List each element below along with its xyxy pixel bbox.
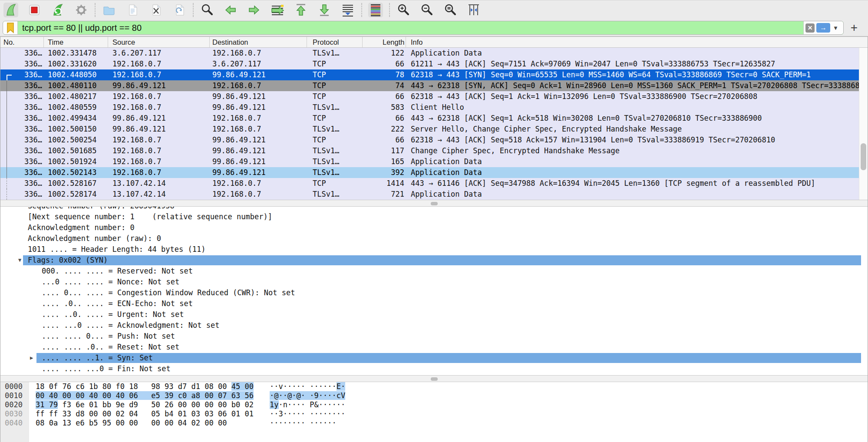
- go-forward-button[interactable]: [247, 3, 261, 17]
- column-header-time[interactable]: Time: [44, 37, 108, 47]
- zoom-out-button[interactable]: [419, 3, 434, 17]
- detail-line[interactable]: 1011 .... = Header Length: 44 bytes (11): [0, 244, 868, 255]
- save-file-button[interactable]: [125, 3, 140, 17]
- detail-line[interactable]: .... .... .0.. = Reset: Not set: [0, 342, 868, 353]
- packet-list-scrollbar[interactable]: [859, 48, 868, 200]
- packet-row[interactable]: 336…1002.500254192.168.0.799.86.49.121TC…: [0, 135, 868, 145]
- packet-cell-len: 122: [363, 48, 406, 59]
- hex-bytes[interactable]: 18 0f 76 c6 1b 80 f0 18 98 93 d7 d1 08 0…: [36, 382, 254, 391]
- splitter-details-hex[interactable]: [0, 375, 868, 382]
- packet-row[interactable]: 336…1002.501685192.168.0.799.86.49.121TL…: [0, 145, 868, 156]
- hex-row[interactable]: 004008 0a 13 e6 b5 95 00 00 00 00 04 02 …: [0, 419, 868, 428]
- splitter-handle[interactable]: [431, 377, 438, 381]
- column-header-info[interactable]: Info: [406, 37, 868, 47]
- packet-row[interactable]: 336…1002.480217192.168.0.799.86.49.121TC…: [0, 91, 868, 102]
- go-to-packet-button[interactable]: [270, 3, 285, 17]
- hex-row[interactable]: 0030ff ff 33 d8 00 00 02 04 05 b4 01 03 …: [0, 409, 868, 419]
- detail-line[interactable]: .... ..0. .... = Urgent: Not set: [0, 309, 868, 320]
- packet-cell-info: Change Cipher Spec, Encrypted Handshake …: [406, 145, 868, 156]
- resize-columns-button[interactable]: [466, 3, 481, 17]
- hex-bytes[interactable]: 31 79 f3 6e 01 bb 9e d9 50 26 00 00 00 0…: [36, 400, 254, 409]
- capture-options-button[interactable]: [74, 3, 89, 17]
- go-back-button[interactable]: [223, 3, 238, 17]
- splitter-handle[interactable]: [431, 202, 438, 205]
- filter-bookmark-button[interactable]: [3, 21, 18, 34]
- packet-row[interactable]: 336…1002.52817413.107.42.14192.168.0.7TL…: [0, 189, 868, 200]
- packet-row[interactable]: 336…1002.49943499.86.49.121192.168.0.7TC…: [0, 113, 868, 124]
- go-first-packet-button[interactable]: [294, 3, 308, 17]
- hex-offset: 0040: [5, 419, 23, 428]
- detail-line[interactable]: .... ...0 .... = Acknowledgment: Not set: [0, 320, 868, 331]
- packet-row[interactable]: 336…1002.448050192.168.0.799.86.49.121TC…: [0, 69, 868, 80]
- packet-row[interactable]: 336…1002.502143192.168.0.799.86.49.121TL…: [0, 167, 868, 178]
- add-filter-button[interactable]: +: [846, 20, 862, 36]
- detail-line[interactable]: .... 0... .... = Congestion Window Reduc…: [0, 287, 868, 298]
- hex-bytes[interactable]: 08 0a 13 e6 b5 95 00 00 00 00 04 02 00 0…: [36, 419, 227, 428]
- packet-cell-time: 1002.502143: [44, 167, 108, 178]
- detail-line[interactable]: .... .... ...0 = Fin: Not set: [0, 363, 868, 374]
- detail-text: Acknowledgment number (raw): 0: [0, 234, 161, 243]
- find-packet-button[interactable]: [200, 3, 215, 17]
- hex-row[interactable]: 001000 40 00 00 40 00 40 06 e5 39 c0 a8 …: [0, 391, 868, 400]
- detail-text: .... 0... .... = Congestion Window Reduc…: [0, 288, 295, 297]
- column-header-destination[interactable]: Destination: [210, 37, 307, 47]
- column-header-protocol[interactable]: Protocol: [307, 37, 363, 47]
- packet-row[interactable]: 336…1002.501924192.168.0.799.86.49.121TL…: [0, 156, 868, 167]
- open-file-button[interactable]: [102, 3, 116, 17]
- auto-scroll-button[interactable]: [340, 3, 355, 17]
- hex-ascii[interactable]: ··v····· ······E·: [270, 382, 345, 391]
- detail-text: 000. .... .... = Reserved: Not set: [0, 267, 193, 275]
- detail-line[interactable]: ▼Flags: 0x002 (SYN): [0, 255, 868, 266]
- hex-row[interactable]: 002031 79 f3 6e 01 bb 9e d9 50 26 00 00 …: [0, 400, 868, 409]
- hex-ascii[interactable]: 1y·n···· P&······: [270, 400, 345, 409]
- display-filter-bar: tcp.port == 80 || udp.port == 80 ✕ → ▼ +: [0, 19, 868, 36]
- packet-row[interactable]: 336…1002.48011099.86.49.121192.168.0.7TC…: [0, 80, 868, 91]
- detail-line[interactable]: [Next sequence number: 1 (relative seque…: [0, 211, 868, 222]
- zoom-in-button[interactable]: [396, 3, 411, 17]
- packet-row[interactable]: 336…1002.480559192.168.0.799.86.49.121TL…: [0, 102, 868, 113]
- packet-row[interactable]: 336…1002.52816713.107.42.14192.168.0.7TC…: [0, 178, 868, 189]
- filter-dropdown-button[interactable]: ▼: [833, 25, 838, 31]
- packet-row[interactable]: 336…1002.50015099.86.49.121192.168.0.7TL…: [0, 124, 868, 135]
- restart-capture-button[interactable]: [50, 3, 65, 17]
- column-header-no[interactable]: No.: [0, 37, 44, 47]
- packet-cell-dst: 192.168.0.7: [210, 48, 307, 59]
- colorize-icon: [368, 3, 383, 17]
- filter-expression-text[interactable]: tcp.port == 80 || udp.port == 80: [18, 21, 803, 34]
- column-header-source[interactable]: Source: [108, 37, 210, 47]
- hex-row[interactable]: 000018 0f 76 c6 1b 80 f0 18 98 93 d7 d1 …: [0, 382, 868, 391]
- filter-clear-button[interactable]: ✕: [805, 23, 815, 33]
- colorize-button[interactable]: [368, 3, 383, 17]
- start-capture-button[interactable]: [3, 3, 18, 17]
- splitter-list-details[interactable]: [0, 200, 868, 207]
- detail-line[interactable]: 000. .... .... = Reserved: Not set: [0, 266, 868, 277]
- stop-capture-button[interactable]: [27, 3, 42, 17]
- display-filter-input[interactable]: tcp.port == 80 || udp.port == 80 ✕ → ▼: [3, 21, 844, 35]
- column-header-label: Protocol: [313, 38, 339, 46]
- hex-ascii[interactable]: ········ ······: [270, 419, 337, 428]
- packet-cell-info: Client Hello: [406, 102, 868, 113]
- hex-bytes[interactable]: 00 40 00 00 40 00 40 06 e5 39 c0 a8 00 0…: [36, 391, 254, 400]
- column-header-length[interactable]: Length: [363, 37, 406, 47]
- zoom-original-button[interactable]: [443, 3, 458, 17]
- hex-ascii[interactable]: ··3····· ········: [270, 409, 345, 419]
- packet-row[interactable]: 336…1002.331620192.168.0.73.6.207.117TCP…: [0, 59, 868, 69]
- reload-file-button[interactable]: [172, 3, 187, 17]
- packet-row[interactable]: 336…1002.3314783.6.207.117192.168.0.7TLS…: [0, 48, 868, 59]
- scrollbar-thumb[interactable]: [861, 143, 866, 170]
- hex-ascii[interactable]: ·@··@·@· ·9····cV: [270, 391, 345, 400]
- detail-line[interactable]: ...0 .... .... = Nonce: Not set: [0, 277, 868, 287]
- detail-line[interactable]: .... .... 0... = Push: Not set: [0, 331, 868, 342]
- packet-cell-no: 336…: [0, 178, 44, 189]
- detail-line[interactable]: ▶.... .... ..1. = Syn: Set: [0, 353, 868, 363]
- packet-cell-src: 13.107.42.14: [108, 189, 210, 200]
- packet-cell-time: 1002.331620: [44, 59, 108, 69]
- detail-line[interactable]: Acknowledgment number (raw): 0: [0, 233, 868, 244]
- hex-bytes[interactable]: ff ff 33 d8 00 00 02 04 05 b4 01 03 03 0…: [36, 409, 254, 419]
- detail-line[interactable]: .... .0.. .... = ECN-Echo: Not set: [0, 298, 868, 309]
- filter-apply-button[interactable]: →: [816, 23, 830, 33]
- detail-line[interactable]: Sequence number (raw): 2665041958: [0, 207, 868, 211]
- go-last-packet-button[interactable]: [317, 3, 332, 17]
- detail-line[interactable]: Acknowledgment number: 0: [0, 222, 868, 233]
- close-file-button[interactable]: [149, 3, 163, 17]
